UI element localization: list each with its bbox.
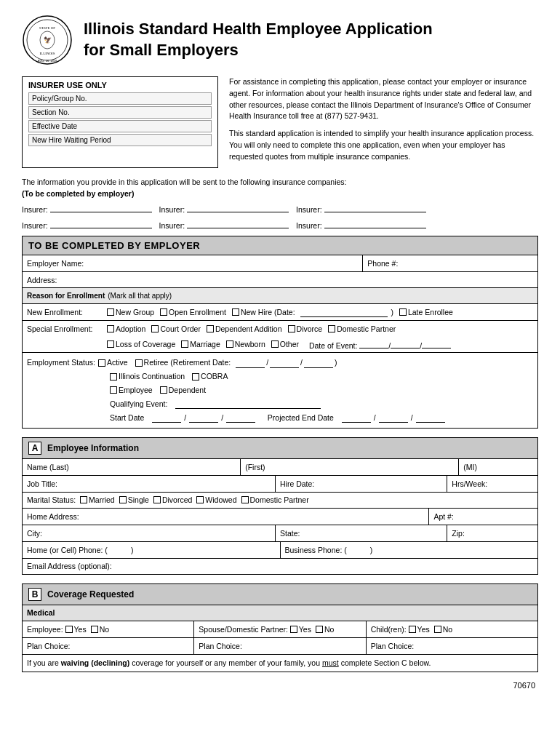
insurer-field-3[interactable] <box>324 202 426 212</box>
domestic-partner-checkbox[interactable] <box>328 325 335 332</box>
employer-name-cell: Employer Name: <box>23 255 363 271</box>
page-number: 70670 <box>22 681 538 690</box>
employee-checkbox[interactable] <box>110 386 117 394</box>
new-enrollment-options: New Group Open Enrollment New Hire (Date… <box>107 307 457 317</box>
employee-no-option[interactable]: No <box>91 625 109 634</box>
open-enrollment-option[interactable]: Open Enrollment <box>160 308 226 316</box>
employee-no-checkbox[interactable] <box>91 626 98 633</box>
single-option[interactable]: Single <box>119 495 149 504</box>
special-enrollment-options2: Loss of Coverage Marriage Newborn Other … <box>107 338 451 350</box>
retirement-m[interactable] <box>236 358 265 368</box>
employment-line4: Qualifying Event: <box>27 397 533 411</box>
section-a-letter: A <box>28 442 41 455</box>
new-hire-waiting-field: New Hire Waiting Period <box>28 134 212 146</box>
city-state-zip-row: City: State: Zip: <box>23 525 537 541</box>
employee-yes-checkbox[interactable] <box>65 626 73 633</box>
active-option[interactable]: Active <box>98 356 128 370</box>
new-group-checkbox[interactable] <box>107 308 114 316</box>
start-y[interactable] <box>226 413 255 423</box>
page-header: STATE OF ILLINOIS 🦅 AUG. 26, 1818 Illino… <box>22 15 538 65</box>
loss-of-coverage-option[interactable]: Loss of Coverage <box>107 340 175 348</box>
start-m[interactable] <box>152 413 181 423</box>
court-order-checkbox[interactable] <box>151 325 159 332</box>
adoption-checkbox[interactable] <box>107 325 114 332</box>
special-enrollment-options: Adoption Court Order Dependent Addition … <box>107 324 400 333</box>
retirement-d[interactable] <box>270 358 299 368</box>
start-d[interactable] <box>189 413 218 423</box>
new-hire-checkbox[interactable] <box>232 308 239 316</box>
children-yes-option[interactable]: Yes <box>409 625 430 634</box>
marriage-option[interactable]: Marriage <box>181 340 220 348</box>
end-y[interactable] <box>416 413 445 423</box>
widowed-option[interactable]: Widowed <box>196 495 236 504</box>
widowed-checkbox[interactable] <box>196 496 204 503</box>
title-line2: for Small Employers <box>84 41 239 59</box>
insurer-field-1[interactable] <box>50 202 152 212</box>
newborn-checkbox[interactable] <box>226 340 233 348</box>
retiree-option[interactable]: Retiree (Retirement Date: //) <box>135 356 337 370</box>
event-date-y[interactable] <box>422 338 451 348</box>
info-para-2: This standard application is intended to… <box>229 128 538 162</box>
email-row: Email Address (optional): <box>23 558 537 574</box>
late-enrollee-checkbox[interactable] <box>399 308 407 316</box>
insurer-field-2[interactable] <box>187 202 289 212</box>
cobra-option[interactable]: COBRA <box>192 370 228 383</box>
spouse-yes-option[interactable]: Yes <box>290 625 311 634</box>
divorce-checkbox[interactable] <box>288 325 295 332</box>
event-date-m[interactable] <box>359 338 388 348</box>
section-a: A Employee Information Name (Last) (Firs… <box>22 437 538 575</box>
section-b-letter: B <box>28 588 41 601</box>
employee-option[interactable]: Employee <box>110 383 153 397</box>
court-order-option[interactable]: Court Order <box>151 324 200 333</box>
insurer-field-4[interactable] <box>50 218 152 228</box>
dependent-addition-option[interactable]: Dependent Addition <box>207 324 282 333</box>
divorce-option[interactable]: Divorce <box>288 324 323 333</box>
spouse-no-option[interactable]: No <box>316 625 334 634</box>
other-option[interactable]: Other <box>271 340 299 348</box>
effective-date-field: Effective Date <box>28 120 212 132</box>
insurer-field-6[interactable] <box>324 218 426 228</box>
reason-sub-text: (Mark all that apply) <box>108 292 172 300</box>
domestic-partner-a-option[interactable]: Domestic Partner <box>241 495 309 504</box>
domestic-partner-option[interactable]: Domestic Partner <box>328 324 396 333</box>
illinois-continuation-option[interactable]: Illinois Continuation <box>110 370 185 383</box>
spouse-no-checkbox[interactable] <box>316 626 323 633</box>
dependent-checkbox[interactable] <box>160 386 167 394</box>
active-checkbox[interactable] <box>98 359 105 367</box>
open-enrollment-checkbox[interactable] <box>160 308 167 316</box>
special-enrollment-label: Special Enrollment: <box>27 324 107 333</box>
dependent-option[interactable]: Dependent <box>160 383 206 397</box>
marriage-checkbox[interactable] <box>181 340 188 348</box>
single-checkbox[interactable] <box>119 496 127 503</box>
event-date-d[interactable] <box>391 338 420 348</box>
retiree-checkbox[interactable] <box>135 359 143 367</box>
end-m[interactable] <box>342 413 371 423</box>
divorced-checkbox[interactable] <box>153 496 161 503</box>
spouse-yes-checkbox[interactable] <box>290 626 297 633</box>
loss-of-coverage-checkbox[interactable] <box>107 340 114 348</box>
domestic-partner-a-checkbox[interactable] <box>241 496 249 503</box>
new-hire-option[interactable]: New Hire (Date: ) <box>232 307 393 317</box>
other-checkbox[interactable] <box>271 340 279 348</box>
new-group-option[interactable]: New Group <box>107 308 154 316</box>
illinois-continuation-checkbox[interactable] <box>110 373 117 381</box>
newborn-option[interactable]: Newborn <box>226 340 265 348</box>
children-no-option[interactable]: No <box>434 625 452 634</box>
late-enrollee-option[interactable]: Late Enrollee <box>399 308 453 316</box>
qualifying-event-field[interactable] <box>175 399 321 409</box>
cobra-checkbox[interactable] <box>192 373 199 381</box>
divorced-option[interactable]: Divorced <box>153 495 192 504</box>
insurer-field-5[interactable] <box>187 218 289 228</box>
children-yes-checkbox[interactable] <box>409 626 416 633</box>
new-hire-date-field[interactable] <box>300 307 388 317</box>
dependent-addition-checkbox[interactable] <box>207 325 214 332</box>
adoption-option[interactable]: Adoption <box>107 324 145 333</box>
children-no-checkbox[interactable] <box>434 626 441 633</box>
address-row: Address: <box>23 271 537 287</box>
married-option[interactable]: Married <box>80 495 115 504</box>
married-checkbox[interactable] <box>80 496 87 503</box>
employee-yes-option[interactable]: Yes <box>65 625 87 634</box>
retirement-y[interactable] <box>304 358 333 368</box>
end-d[interactable] <box>379 413 408 423</box>
waiving-notice: If you are waiving (declining) coverage … <box>23 654 537 672</box>
